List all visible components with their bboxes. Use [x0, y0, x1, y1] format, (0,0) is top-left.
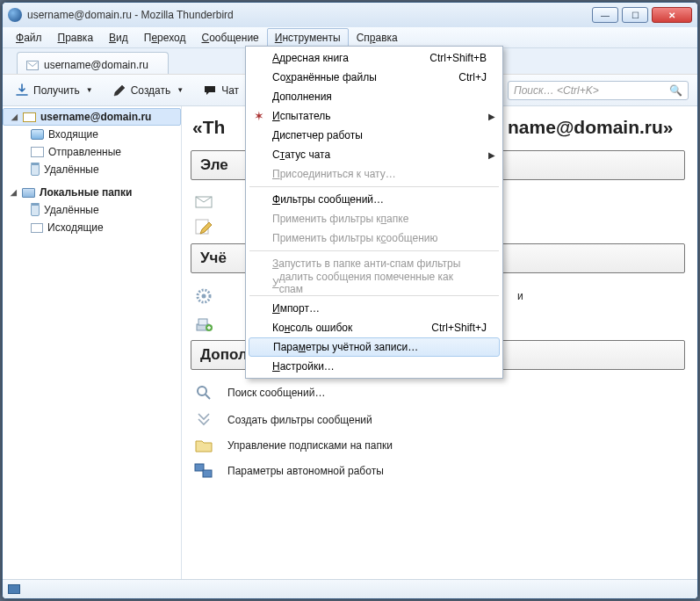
online-status-icon[interactable]	[8, 584, 20, 594]
menu-tools[interactable]: Инструменты	[267, 28, 349, 47]
search-placeholder: Поиск… <Ctrl+K>	[514, 84, 599, 97]
menuitem-addons[interactable]: Дополнения	[248, 87, 501, 106]
search-input[interactable]: Поиск… <Ctrl+K> 🔍	[508, 81, 689, 100]
tree-sent[interactable]: Отправленные	[3, 143, 181, 161]
tab-account[interactable]: username@domain.ru	[17, 52, 169, 74]
bug-icon: ✶	[252, 109, 266, 123]
link-manage-subscriptions[interactable]: Управление подписками на папки	[189, 433, 687, 458]
menu-message[interactable]: Сообщение	[193, 28, 266, 47]
menu-edit[interactable]: Правка	[50, 28, 102, 47]
menuitem-import[interactable]: Импорт…	[248, 299, 501, 318]
menuitem-account-settings[interactable]: Параметры учётной записи…	[249, 337, 500, 357]
tree-inbox[interactable]: Входящие	[3, 126, 181, 143]
menuitem-apply-message: Применить фильтры к сообщению	[248, 228, 501, 248]
menuitem-activity[interactable]: Диспетчер работы	[248, 126, 501, 145]
menu-separator	[249, 186, 499, 187]
menuitem-join-chat: Присоединиться к чату…	[248, 164, 501, 184]
menu-separator	[249, 250, 499, 251]
search-icon	[194, 384, 213, 402]
trash-icon	[31, 205, 40, 216]
menuitem-saved-files[interactable]: Сохранённые файлыCtrl+J	[248, 68, 501, 87]
account-icon	[23, 112, 36, 122]
compose-button[interactable]: Создать▼	[109, 81, 188, 100]
pencil-icon	[112, 83, 126, 98]
svg-point-4	[202, 294, 206, 299]
app-icon	[8, 8, 22, 22]
tree-local-trash[interactable]: Удалённые	[3, 201, 181, 219]
menu-file[interactable]: Файл	[8, 28, 50, 47]
chevron-down-icon: ▼	[86, 86, 93, 94]
menu-help[interactable]: Справка	[349, 28, 406, 47]
menuitem-filters[interactable]: Фильтры сообщений…	[248, 190, 501, 209]
window-title: username@domain.ru - Mozilla Thunderbird	[27, 9, 588, 21]
svg-rect-6	[198, 319, 207, 325]
menuitem-error-console[interactable]: Консоль ошибокCtrl+Shift+J	[248, 318, 501, 337]
maximize-button[interactable]: ☐	[622, 7, 648, 23]
menuitem-addressbook[interactable]: Адресная книгаCtrl+Shift+B	[248, 48, 501, 68]
get-mail-button[interactable]: Получить▼	[11, 81, 97, 100]
tree-account[interactable]: ◢ username@domain.ru	[3, 108, 181, 126]
menuitem-options[interactable]: Настройки…	[248, 357, 501, 376]
tree-trash[interactable]: Удалённые	[3, 161, 181, 178]
tree-local-folders[interactable]: ◢ Локальные папки	[3, 184, 181, 201]
link-create-filters[interactable]: Создать фильтры сообщений	[189, 407, 687, 433]
titlebar: username@domain.ru - Mozilla Thunderbird…	[3, 3, 697, 27]
folder-icon	[194, 438, 213, 453]
mail-read-icon	[194, 194, 213, 208]
link-offline-settings[interactable]: Параметры автономной работы	[189, 458, 687, 484]
local-folders-icon	[22, 188, 35, 198]
menuitem-delete-junk: Удалить сообщения помеченные как спам	[248, 273, 501, 293]
tree-outbox[interactable]: Исходящие	[3, 219, 181, 236]
mail-icon	[26, 61, 39, 70]
menu-separator	[249, 295, 499, 296]
submenu-arrow-icon: ▶	[488, 150, 495, 160]
compose-icon	[194, 219, 213, 235]
svg-point-8	[198, 387, 206, 395]
download-icon	[15, 83, 29, 98]
menu-go[interactable]: Переход	[136, 28, 194, 47]
menuitem-chat-status[interactable]: Статус чата▶	[248, 145, 501, 164]
sent-icon	[31, 147, 44, 157]
gear-icon	[194, 287, 213, 305]
search-icon: 🔍	[669, 84, 682, 97]
inbox-icon	[31, 129, 44, 140]
svg-rect-10	[203, 470, 212, 477]
outbox-icon	[31, 223, 43, 233]
menu-view[interactable]: Вид	[101, 28, 136, 47]
link-search-messages[interactable]: Поиск сообщений…	[189, 379, 687, 407]
menuitem-tester[interactable]: ✶Испытатель▶	[248, 106, 501, 126]
statusbar	[3, 579, 697, 598]
chat-button[interactable]: Чат	[199, 81, 242, 100]
chevron-down-icon: ▼	[177, 86, 184, 94]
trash-icon	[31, 164, 40, 176]
minimize-button[interactable]: —	[592, 7, 618, 23]
filter-icon	[194, 412, 213, 428]
submenu-arrow-icon: ▶	[488, 112, 495, 121]
offline-icon	[194, 463, 213, 479]
add-account-icon	[194, 315, 213, 331]
menuitem-apply-folder: Применить фильтры к папке	[248, 209, 501, 228]
chat-icon	[203, 83, 217, 98]
folder-tree: ◢ username@domain.ru Входящие Отправленн…	[3, 106, 182, 579]
tools-menu-dropdown: Адресная книгаCtrl+Shift+B Сохранённые ф…	[245, 46, 503, 379]
tab-label: username@domain.ru	[44, 59, 148, 71]
close-button[interactable]: ✕	[652, 7, 692, 23]
twisty-icon: ◢	[10, 189, 18, 197]
app-window: username@domain.ru - Mozilla Thunderbird…	[2, 2, 698, 599]
twisty-icon: ◢	[11, 113, 18, 121]
